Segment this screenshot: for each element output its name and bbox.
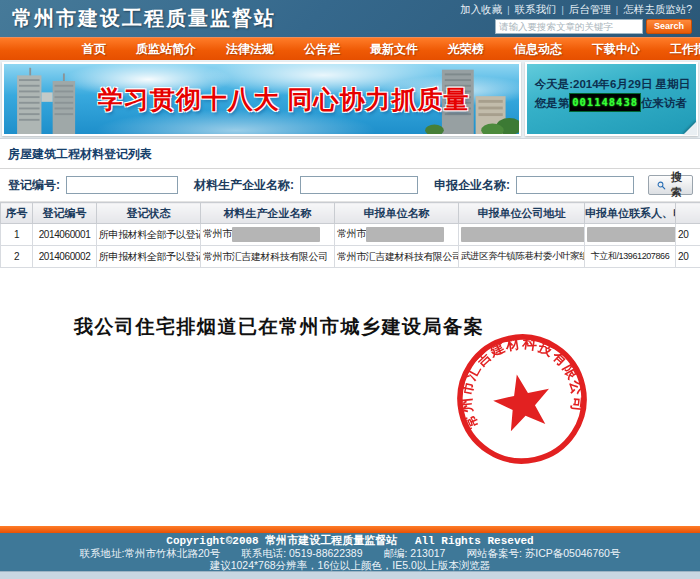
header-search-input[interactable] bbox=[495, 19, 643, 34]
filter-label-producer: 材料生产企业名称: bbox=[194, 177, 294, 194]
top-links: 加入收藏 | 联系我们 | 后台管理 | 怎样去质监站? bbox=[460, 3, 692, 17]
main-nav: 首页 质监站简介 法律法规 公告栏 最新文件 光荣榜 信息动态 下载中心 工作指… bbox=[0, 37, 700, 60]
col-header-time: 登 bbox=[676, 203, 700, 224]
nav-item-guide[interactable]: 工作指南 bbox=[670, 41, 700, 58]
banner-slogan: 学习贯彻十八大 同心协力抓质量 bbox=[98, 83, 470, 116]
table-row: 2 2014060002 所申报材料全部予以登记 常州市汇吉建材科技有限公司 常… bbox=[1, 246, 700, 268]
col-header-status: 登记状态 bbox=[97, 203, 201, 224]
notice-text: 我公司住宅排烟道已在常州市城乡建设局备案 bbox=[74, 314, 700, 340]
header-search-button[interactable]: Search bbox=[646, 19, 692, 34]
footer-bottom-strip bbox=[0, 571, 700, 579]
cell-regno: 2014060001 bbox=[33, 224, 97, 246]
nav-item-honor[interactable]: 光荣榜 bbox=[448, 41, 484, 58]
cell-no: 2 bbox=[1, 246, 33, 268]
page: 常州市建设工程质量监督站 加入收藏 | 联系我们 | 后台管理 | 怎样去质监站… bbox=[0, 0, 700, 579]
date-line: 今天是:2014年6月29日 星期日 bbox=[535, 76, 690, 93]
link-divider: | bbox=[616, 5, 618, 15]
top-link-admin[interactable]: 后台管理 bbox=[569, 3, 611, 17]
cell-declarer: 常州市 bbox=[335, 224, 459, 246]
search-button-label: 搜索 bbox=[669, 170, 684, 200]
col-header-producer: 材料生产企业名称 bbox=[201, 203, 335, 224]
col-header-contact: 申报单位联系人、电话 bbox=[585, 203, 676, 224]
cell-declarer: 常州市汇吉建材科技有限公司 bbox=[335, 246, 459, 268]
site-title: 常州市建设工程质量监督站 bbox=[12, 5, 276, 32]
filter-label-declarer: 申报企业名称: bbox=[434, 177, 510, 194]
nav-item-news[interactable]: 信息动态 bbox=[514, 41, 562, 58]
footer-copyright: Copyright©2008 常州市建设工程质量监督站 All Rights R… bbox=[0, 535, 700, 547]
col-header-address: 申报单位公司地址 bbox=[459, 203, 585, 224]
cell-contact bbox=[585, 224, 676, 246]
top-link-directions[interactable]: 怎样去质监站? bbox=[623, 3, 692, 17]
col-header-regno: 登记编号 bbox=[33, 203, 97, 224]
date-panel: 今天是:2014年6月29日 星期日 您是第001148438位来访者 bbox=[525, 62, 698, 136]
link-divider: | bbox=[561, 5, 563, 15]
cell-time: 20 bbox=[676, 246, 700, 268]
site-header: 常州市建设工程质量监督站 加入收藏 | 联系我们 | 后台管理 | 怎样去质监站… bbox=[0, 0, 700, 37]
link-divider: | bbox=[507, 5, 509, 15]
cell-status: 所申报材料全部予以登记 bbox=[97, 224, 201, 246]
page-title: 房屋建筑工程材料登记列表 bbox=[0, 139, 700, 169]
table-row: 1 2014060001 所申报材料全部予以登记 常州市 常州市 20 bbox=[1, 224, 700, 246]
filter-label-regno: 登记编号: bbox=[8, 177, 60, 194]
redaction-block bbox=[587, 227, 676, 242]
table-header-row: 序号 登记编号 登记状态 材料生产企业名称 申报单位名称 申报单位公司地址 申报… bbox=[1, 203, 700, 224]
footer-orange-bar bbox=[0, 526, 700, 533]
panel-fold-corner bbox=[683, 121, 697, 135]
banner-zone: 学习贯彻十八大 同心协力抓质量 今天是:2014年6月29日 星期日 您是第00… bbox=[0, 60, 700, 138]
nav-item-laws[interactable]: 法律法规 bbox=[226, 41, 274, 58]
cell-producer: 常州市 bbox=[201, 224, 335, 246]
search-button[interactable]: 搜索 bbox=[648, 175, 693, 195]
top-link-favorite[interactable]: 加入收藏 bbox=[460, 3, 502, 17]
filter-bar: 登记编号: 材料生产企业名称: 申报企业名称: 搜索 bbox=[0, 169, 700, 202]
cell-status: 所申报材料全部予以登记 bbox=[97, 246, 201, 268]
nav-item-bulletin[interactable]: 公告栏 bbox=[304, 41, 340, 58]
cell-address: 武进区奔牛镇陈巷村委小叶家组 bbox=[459, 246, 585, 268]
cell-contact: 卞立和/13961207866 bbox=[585, 246, 676, 268]
regno-input[interactable] bbox=[66, 176, 178, 194]
redaction-block bbox=[461, 227, 585, 242]
nav-item-download[interactable]: 下载中心 bbox=[592, 41, 640, 58]
redaction-block bbox=[232, 227, 320, 242]
nav-item-home[interactable]: 首页 bbox=[82, 41, 106, 58]
col-header-declarer: 申报单位名称 bbox=[335, 203, 459, 224]
content-area: 房屋建筑工程材料登记列表 登记编号: 材料生产企业名称: 申报企业名称: 搜索 bbox=[0, 138, 700, 526]
visitor-counter: 001148438 bbox=[569, 93, 641, 112]
visitor-line: 您是第001148438位来访者 bbox=[535, 93, 690, 112]
top-link-contact[interactable]: 联系我们 bbox=[514, 3, 556, 17]
col-header-no: 序号 bbox=[1, 203, 33, 224]
footer-contact-line: 联系地址:常州市竹林北路20号 联系电话: 0519-88622389 邮编: … bbox=[0, 547, 700, 559]
header-search-row: Search bbox=[495, 19, 692, 34]
cell-time: 20 bbox=[676, 224, 700, 246]
header-right: 加入收藏 | 联系我们 | 后台管理 | 怎样去质监站? Search bbox=[460, 3, 692, 34]
banner-image: 学习贯彻十八大 同心协力抓质量 bbox=[2, 62, 521, 136]
declarer-input[interactable] bbox=[516, 176, 634, 194]
cell-regno: 2014060002 bbox=[33, 246, 97, 268]
nav-item-intro[interactable]: 质监站简介 bbox=[136, 41, 196, 58]
company-stamp: 常州市汇吉建材科技有限公司 bbox=[439, 316, 605, 482]
registration-table: 序号 登记编号 登记状态 材料生产企业名称 申报单位名称 申报单位公司地址 申报… bbox=[0, 202, 700, 268]
cell-producer: 常州市汇吉建材科技有限公司 bbox=[201, 246, 335, 268]
footer: Copyright©2008 常州市建设工程质量监督站 All Rights R… bbox=[0, 533, 700, 571]
stamp-star bbox=[489, 369, 556, 434]
magnifier-icon bbox=[657, 179, 666, 192]
redaction-block bbox=[366, 227, 444, 242]
cell-no: 1 bbox=[1, 224, 33, 246]
cell-address bbox=[459, 224, 585, 246]
nav-item-documents[interactable]: 最新文件 bbox=[370, 41, 418, 58]
producer-input[interactable] bbox=[300, 176, 418, 194]
footer-suggestion-line: 建议1024*768分辨率，16位以上颜色，IE5.0以上版本浏览器 bbox=[0, 559, 700, 571]
